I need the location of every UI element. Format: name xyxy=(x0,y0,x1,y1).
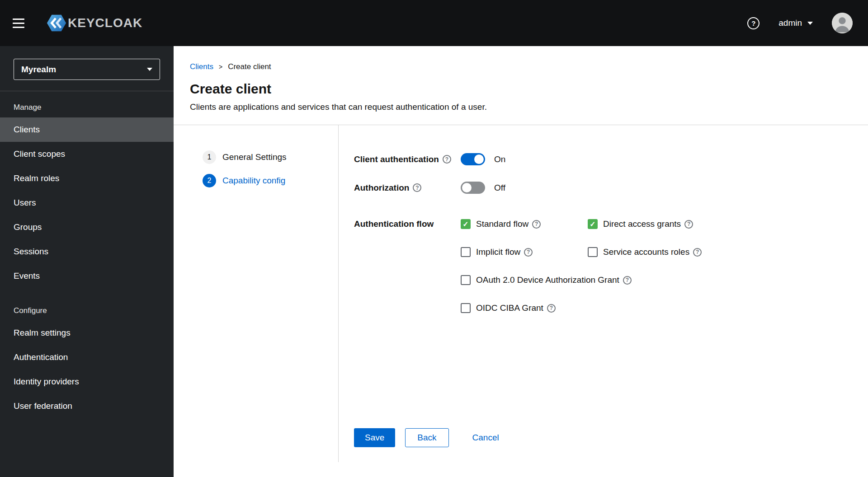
sidebar-item-groups[interactable]: Groups xyxy=(0,215,174,239)
checkbox-checked-icon[interactable]: ✓ xyxy=(461,219,471,229)
sidebar-item-authentication[interactable]: Authentication xyxy=(0,345,174,369)
nav-section-title: Manage xyxy=(0,103,174,112)
authorization-label: Authorization ? xyxy=(354,183,461,193)
authentication-flow-label: Authentication flow xyxy=(354,210,461,238)
checkbox-label: Standard flow xyxy=(476,219,528,229)
caret-down-icon xyxy=(807,22,813,25)
user-dropdown[interactable]: admin xyxy=(778,18,813,28)
authorization-row: Authorization ? Off xyxy=(354,182,850,194)
client-authentication-row: Client authentication ? On xyxy=(354,153,850,165)
realm-selector[interactable]: Myrealm xyxy=(14,59,160,80)
client-authentication-toggle[interactable] xyxy=(461,153,485,165)
username: admin xyxy=(778,18,802,28)
save-button[interactable]: Save xyxy=(354,428,395,447)
checkbox-unchecked-icon[interactable] xyxy=(588,247,598,257)
main-content: Clients > Create client Create client Cl… xyxy=(174,46,868,477)
step-label: General Settings xyxy=(222,152,287,162)
breadcrumb: Clients > Create client xyxy=(190,62,850,71)
step-number: 1 xyxy=(203,150,216,164)
checkbox-unchecked-icon[interactable] xyxy=(461,303,471,313)
toggle-state-label: Off xyxy=(494,183,505,193)
step-number: 2 xyxy=(203,174,216,187)
sidebar-item-label: Realm roles xyxy=(14,173,59,183)
sidebar: Myrealm Manage Clients Client scopes Rea… xyxy=(0,46,174,477)
page-title: Create client xyxy=(190,81,850,97)
question-circle-icon[interactable]: ? xyxy=(413,183,421,192)
question-circle-icon[interactable]: ? xyxy=(524,248,533,257)
sidebar-item-label: Groups xyxy=(14,222,42,232)
checkbox-checked-icon[interactable]: ✓ xyxy=(588,219,598,229)
wizard-step-capability-config[interactable]: 2 Capability config xyxy=(203,174,338,187)
sidebar-item-identity-providers[interactable]: Identity providers xyxy=(0,369,174,394)
client-authentication-label: Client authentication ? xyxy=(354,154,461,164)
sidebar-item-realm-settings[interactable]: Realm settings xyxy=(0,321,174,345)
breadcrumb-current: Create client xyxy=(228,62,271,71)
avatar[interactable] xyxy=(832,13,853,33)
toggle-state-label: On xyxy=(494,154,505,164)
keycloak-logo-icon xyxy=(46,13,67,33)
sidebar-item-label: Identity providers xyxy=(14,377,79,387)
back-button[interactable]: Back xyxy=(405,428,448,447)
authentication-flow-row: Authentication flow ✓ Standard flow ? ✓ xyxy=(354,210,850,322)
sidebar-item-client-scopes[interactable]: Client scopes xyxy=(0,142,174,166)
question-circle-icon[interactable]: ? xyxy=(547,304,556,313)
checkbox-oauth-device-grant: OAuth 2.0 Device Authorization Grant ? xyxy=(461,275,632,285)
toggle-knob xyxy=(474,154,484,164)
avatar-icon xyxy=(832,13,853,33)
checkbox-service-accounts-roles: Service accounts roles ? xyxy=(588,247,702,257)
sidebar-item-events[interactable]: Events xyxy=(0,264,174,288)
breadcrumb-separator: > xyxy=(219,63,222,70)
breadcrumb-link-clients[interactable]: Clients xyxy=(190,62,213,71)
page-description: Clients are applications and services th… xyxy=(190,102,850,125)
realm-selector-area: Myrealm xyxy=(0,46,174,91)
checkbox-implicit-flow: Implicit flow ? xyxy=(461,247,588,257)
question-circle-icon[interactable]: ? xyxy=(443,155,451,164)
checkbox-label: Direct access grants xyxy=(603,219,681,229)
step-label: Capability config xyxy=(222,176,285,186)
brand-wordmark: KEYCLOAK xyxy=(68,16,142,30)
sidebar-item-label: Clients xyxy=(14,125,40,135)
sidebar-item-label: Client scopes xyxy=(14,149,65,159)
caret-down-icon xyxy=(147,68,152,71)
help-icon[interactable]: ? xyxy=(747,17,760,29)
question-circle-icon[interactable]: ? xyxy=(623,276,632,285)
sidebar-item-users[interactable]: Users xyxy=(0,191,174,215)
checkbox-direct-access-grants: ✓ Direct access grants ? xyxy=(588,219,693,229)
label-text: Client authentication xyxy=(354,154,439,164)
sidebar-item-sessions[interactable]: Sessions xyxy=(0,239,174,264)
wizard-step-general-settings[interactable]: 1 General Settings xyxy=(203,150,338,164)
checkbox-unchecked-icon[interactable] xyxy=(461,247,471,257)
checkbox-label: Implicit flow xyxy=(476,247,520,257)
checkbox-label: OIDC CIBA Grant xyxy=(476,303,543,313)
nav-section-title: Configure xyxy=(0,306,174,315)
sidebar-item-realm-roles[interactable]: Realm roles xyxy=(0,166,174,191)
sidebar-item-user-federation[interactable]: User federation xyxy=(0,394,174,418)
authorization-toggle[interactable] xyxy=(461,182,485,194)
checkbox-standard-flow: ✓ Standard flow ? xyxy=(461,219,588,229)
form-actions: Save Back Cancel xyxy=(354,428,850,447)
capability-config-form: Client authentication ? On Authorization… xyxy=(339,125,868,477)
toggle-knob xyxy=(462,183,472,192)
checkbox-label: Service accounts roles xyxy=(603,247,689,257)
cancel-button[interactable]: Cancel xyxy=(469,428,503,447)
masthead: KEYCLOAK ? admin xyxy=(0,0,868,46)
sidebar-item-label: Sessions xyxy=(14,247,48,257)
nav-section-manage: Manage Clients Client scopes Realm roles… xyxy=(0,103,174,288)
question-circle-icon[interactable]: ? xyxy=(693,248,702,257)
sidebar-item-label: Users xyxy=(14,198,36,208)
sidebar-item-label: Realm settings xyxy=(14,328,71,338)
sidebar-item-label: User federation xyxy=(14,401,72,411)
checkbox-label: OAuth 2.0 Device Authorization Grant xyxy=(476,275,619,285)
sidebar-item-clients[interactable]: Clients xyxy=(0,117,174,142)
checkbox-unchecked-icon[interactable] xyxy=(461,275,471,285)
realm-name: Myrealm xyxy=(21,65,56,75)
label-text: Authorization xyxy=(354,183,409,193)
sidebar-item-label: Authentication xyxy=(14,352,68,362)
sidebar-item-label: Events xyxy=(14,271,40,281)
question-circle-icon[interactable]: ? xyxy=(532,220,541,229)
question-circle-icon[interactable]: ? xyxy=(684,220,693,229)
nav-section-configure: Configure Realm settings Authentication … xyxy=(0,306,174,418)
keycloak-logo: KEYCLOAK xyxy=(46,13,142,33)
wizard-nav: 1 General Settings 2 Capability config xyxy=(174,125,338,477)
menu-icon[interactable] xyxy=(13,14,31,32)
